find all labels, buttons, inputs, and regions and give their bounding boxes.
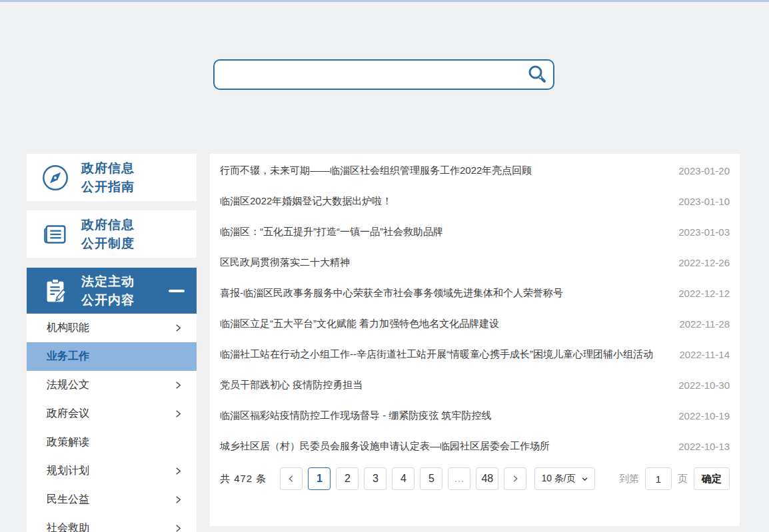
submenu-item-policy-interpretation[interactable]: 政策解读 — [27, 428, 197, 457]
article-date: 2022-10-19 — [668, 410, 730, 421]
article-row[interactable]: 城乡社区居（村）民委员会服务设施申请认定表—临园社区居委会工作场所 2022-1… — [220, 431, 730, 461]
article-date: 2022-11-14 — [668, 349, 730, 360]
submenu-label: 机构职能 — [47, 321, 89, 335]
sidebar-item-gov-info-guide[interactable]: 政府信息公开指南 — [27, 154, 197, 201]
minus-icon[interactable] — [169, 290, 185, 292]
article-date: 2022-12-12 — [668, 288, 730, 299]
page-size-select[interactable]: 10 条/页 — [534, 467, 594, 490]
submenu-label: 社会救助 — [47, 521, 89, 532]
article-date: 2022-12-26 — [668, 257, 730, 268]
goto-page-group: 到第 页 确定 — [619, 467, 730, 490]
top-strip — [0, 0, 769, 2]
article-date: 2023-01-10 — [668, 196, 730, 207]
total-count-label: 共 472 条 — [220, 473, 267, 485]
article-title[interactable]: 临淄区立足“五大平台”文化赋能 着力加强特色地名文化品牌建设 — [220, 308, 668, 339]
magnifier-icon — [526, 64, 548, 85]
article-title[interactable]: 临淄社工站在行动之小组工作--辛店街道社工站开展“情暖童心携手成长”困境儿童心理… — [220, 339, 668, 370]
page-button-5[interactable]: 5 — [420, 467, 442, 490]
page-size-value: 10 条/页 — [541, 473, 575, 485]
article-row[interactable]: 临淄区：“五化五提升”打造“一镇一品”社会救助品牌 2023-01-03 — [220, 216, 730, 247]
submenu-label: 政府会议 — [47, 407, 89, 421]
article-row[interactable]: 喜报-临淄区民政事务服务中心荣获全市社会事务领域先进集体和个人荣誉称号 2022… — [220, 278, 730, 308]
article-row[interactable]: 行而不辍，未来可期——临淄区社会组织管理服务工作2022年亮点回顾 2023-0… — [220, 155, 730, 186]
submenu-label: 法规公文 — [47, 378, 89, 392]
page-button-2[interactable]: 2 — [336, 467, 359, 490]
sidebar: 政府信息公开指南 政府信息公开制度 — [27, 154, 197, 532]
article-row[interactable]: 临淄社工站在行动之小组工作--辛店街道社工站开展“情暖童心携手成长”困境儿童心理… — [220, 339, 730, 370]
chevron-right-icon — [173, 466, 183, 476]
chevron-right-icon — [173, 380, 183, 390]
document-icon — [40, 219, 71, 250]
article-date: 2023-01-03 — [668, 226, 730, 238]
article-row[interactable]: 区民政局贯彻落实二十大精神 2022-12-26 — [220, 247, 730, 278]
submenu-item-business-work[interactable]: 业务工作 — [27, 342, 197, 371]
chevron-right-icon — [173, 323, 183, 333]
pagination-bar: 共 472 条 1 2 3 4 5 … 48 10 条/页 到第 页 — [220, 467, 730, 490]
page-button-4[interactable]: 4 — [392, 467, 414, 490]
article-date: 2022-10-13 — [668, 441, 730, 452]
chevron-right-icon — [173, 495, 183, 505]
clipboard-pencil-icon — [40, 276, 71, 306]
goto-page-label: 到第 — [619, 473, 639, 485]
sidebar-item-label: 法定主动公开内容 — [81, 272, 135, 309]
sidebar-item-label: 政府信息公开制度 — [81, 216, 135, 252]
sidebar-item-label: 政府信息公开指南 — [81, 159, 135, 196]
page-button-3[interactable]: 3 — [364, 467, 386, 490]
page-button-48[interactable]: 48 — [476, 467, 498, 490]
article-list-panel: 行而不辍，未来可期——临淄区社会组织管理服务工作2022年亮点回顾 2023-0… — [210, 154, 740, 526]
goto-page-unit: 页 — [678, 473, 688, 485]
article-title[interactable]: 临淄区：“五化五提升”打造“一镇一品”社会救助品牌 — [220, 216, 668, 247]
article-title[interactable]: 喜报-临淄区民政事务服务中心荣获全市社会事务领域先进集体和个人荣誉称号 — [220, 278, 668, 308]
chevron-right-icon — [173, 523, 183, 532]
search-button[interactable] — [526, 63, 548, 86]
submenu-item-regulations[interactable]: 法规公文 — [27, 371, 197, 399]
article-date: 2023-01-20 — [668, 165, 730, 176]
article-row[interactable]: 临淄区2022年婚姻登记大数据出炉啦！ 2023-01-10 — [220, 186, 730, 216]
submenu-item-organization[interactable]: 机构职能 — [27, 314, 197, 342]
article-title[interactable]: 城乡社区居（村）民委员会服务设施申请认定表—临园社区居委会工作场所 — [220, 431, 668, 461]
article-title[interactable]: 党员干部践初心 疫情防控勇担当 — [220, 370, 668, 400]
chevron-right-icon — [510, 474, 520, 483]
article-title[interactable]: 临淄区福彩站疫情防控工作现场督导 - 绷紧防疫弦 筑牢防控线 — [220, 400, 668, 431]
submenu-item-planning[interactable]: 规划计划 — [27, 457, 197, 485]
article-row[interactable]: 党员干部践初心 疫情防控勇担当 2022-10-30 — [220, 370, 730, 400]
submenu-label: 民生公益 — [47, 493, 89, 507]
sidebar-submenu: 机构职能 业务工作 法规公文 政府会议 政策解读 规划计划 — [27, 314, 197, 532]
page-ellipsis-button[interactable]: … — [448, 467, 470, 490]
goto-page-input[interactable] — [645, 467, 672, 490]
submenu-label: 政策解读 — [47, 435, 89, 449]
article-date: 2022-10-30 — [668, 380, 730, 391]
sidebar-item-gov-info-system[interactable]: 政府信息公开制度 — [27, 210, 197, 258]
confirm-button[interactable]: 确定 — [694, 467, 730, 490]
article-date: 2022-11-28 — [668, 318, 730, 330]
article-row[interactable]: 临淄区立足“五大平台”文化赋能 着力加强特色地名文化品牌建设 2022-11-2… — [220, 308, 730, 339]
article-row[interactable]: 临淄区福彩站疫情防控工作现场督导 - 绷紧防疫弦 筑牢防控线 2022-10-1… — [220, 400, 730, 431]
submenu-item-livelihood[interactable]: 民生公益 — [27, 485, 197, 514]
submenu-item-gov-meetings[interactable]: 政府会议 — [27, 399, 197, 428]
search-input[interactable] — [215, 61, 526, 89]
prev-page-button[interactable] — [280, 467, 303, 490]
chevron-down-icon — [581, 475, 588, 483]
article-title[interactable]: 临淄区2022年婚姻登记大数据出炉啦！ — [220, 186, 668, 216]
article-title[interactable]: 行而不辍，未来可期——临淄区社会组织管理服务工作2022年亮点回顾 — [220, 155, 668, 186]
page-button-1[interactable]: 1 — [308, 467, 331, 490]
sidebar-item-statutory-disclosure[interactable]: 法定主动公开内容 — [27, 268, 197, 314]
submenu-label: 规划计划 — [47, 464, 89, 478]
search-box — [213, 59, 554, 90]
chevron-right-icon — [173, 409, 183, 419]
chevron-left-icon — [287, 474, 296, 483]
compass-icon — [40, 162, 71, 193]
submenu-item-social-assistance[interactable]: 社会救助 — [27, 514, 197, 532]
article-title[interactable]: 区民政局贯彻落实二十大精神 — [220, 247, 668, 278]
submenu-label: 业务工作 — [47, 350, 89, 364]
next-page-button[interactable] — [504, 467, 526, 490]
